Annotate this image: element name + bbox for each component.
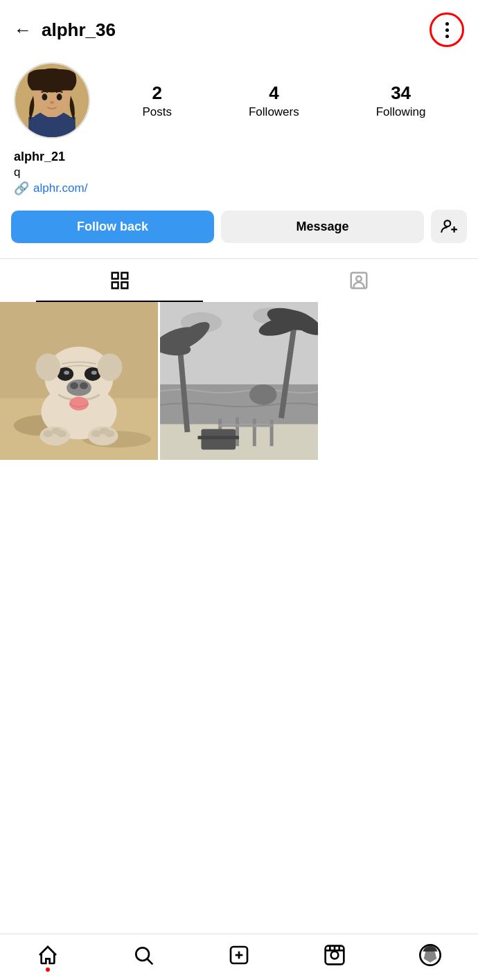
svg-point-30 [70,382,78,389]
svg-point-32 [69,397,89,411]
svg-point-37 [43,430,53,437]
svg-point-57 [249,384,277,405]
profile-section: 2 Posts 4 Followers 34 Following [0,55,478,145]
nav-reels[interactable] [324,944,346,966]
bio-link-text: alphr.com/ [33,181,87,195]
svg-rect-64 [198,436,239,439]
svg-rect-16 [121,283,127,289]
bio-text: q [14,166,464,179]
svg-point-33 [36,353,61,381]
follow-back-button[interactable]: Follow back [11,211,214,243]
reels-icon [324,944,346,966]
svg-point-29 [67,380,91,396]
link-icon: 🔗 [14,181,29,196]
svg-point-40 [91,430,101,437]
grid-section [0,302,478,460]
svg-point-8 [57,93,62,100]
svg-point-10 [445,220,451,226]
svg-rect-15 [112,283,118,289]
header-left: ← alphr_36 [14,19,116,41]
tagged-icon [348,270,369,291]
profile-icon [419,944,441,966]
followers-label: Followers [249,105,299,119]
svg-rect-60 [253,419,256,447]
bio-name: alphr_21 [14,150,464,164]
grid-icon [109,270,130,291]
post-image-2 [160,302,318,460]
posts-count: 2 [152,82,162,104]
avatar-image [15,64,89,137]
svg-rect-59 [236,418,239,447]
svg-point-42 [105,430,115,437]
home-notification-dot [46,968,50,972]
svg-point-28 [91,371,97,375]
message-button[interactable]: Message [221,211,424,243]
svg-rect-61 [270,420,274,447]
create-icon [228,944,250,966]
following-count: 34 [391,82,411,104]
following-label: Following [376,105,426,119]
svg-line-66 [148,959,152,964]
back-button[interactable]: ← [14,19,32,41]
svg-point-34 [98,353,123,381]
header: ← alphr_36 [0,0,478,55]
header-username: alphr_36 [42,19,116,41]
svg-rect-3 [28,117,75,137]
bio-link[interactable]: 🔗 alphr.com/ [14,181,464,196]
followers-count: 4 [269,82,278,104]
following-stat[interactable]: 34 Following [376,82,426,119]
svg-rect-14 [121,273,127,279]
tab-grid[interactable] [0,259,239,302]
posts-label: Posts [142,105,172,119]
avatar[interactable] [14,62,90,139]
more-vertical-icon [445,22,449,38]
svg-point-27 [64,371,69,375]
add-friend-button[interactable] [431,210,467,243]
bio-section: alphr_21 q 🔗 alphr.com/ [0,145,478,203]
action-buttons: Follow back Message [0,203,478,254]
svg-point-7 [42,93,48,100]
add-friend-icon [440,217,458,235]
more-options-button[interactable] [430,12,464,47]
post-item-2[interactable] [160,302,318,460]
svg-rect-62 [218,424,273,427]
search-icon [132,944,154,966]
home-icon [37,944,59,966]
post-image-1 [0,302,158,460]
svg-rect-13 [112,273,118,279]
followers-stat[interactable]: 4 Followers [249,82,299,119]
nav-create[interactable] [228,944,250,966]
svg-point-9 [50,101,54,104]
nav-search[interactable] [132,944,154,966]
svg-point-39 [57,430,67,437]
posts-stat[interactable]: 2 Posts [142,82,172,119]
svg-point-31 [80,382,88,389]
bottom-nav [0,934,478,980]
svg-point-65 [136,947,149,961]
nav-home[interactable] [37,944,59,966]
tabs-section [0,258,478,302]
svg-point-18 [356,276,362,282]
post-item-1[interactable] [0,302,158,460]
stats-row: 2 Posts 4 Followers 34 Following [104,82,464,119]
tab-tagged[interactable] [239,259,478,302]
nav-profile[interactable] [419,944,441,966]
post-item-3 [320,302,478,460]
svg-point-71 [331,952,339,959]
